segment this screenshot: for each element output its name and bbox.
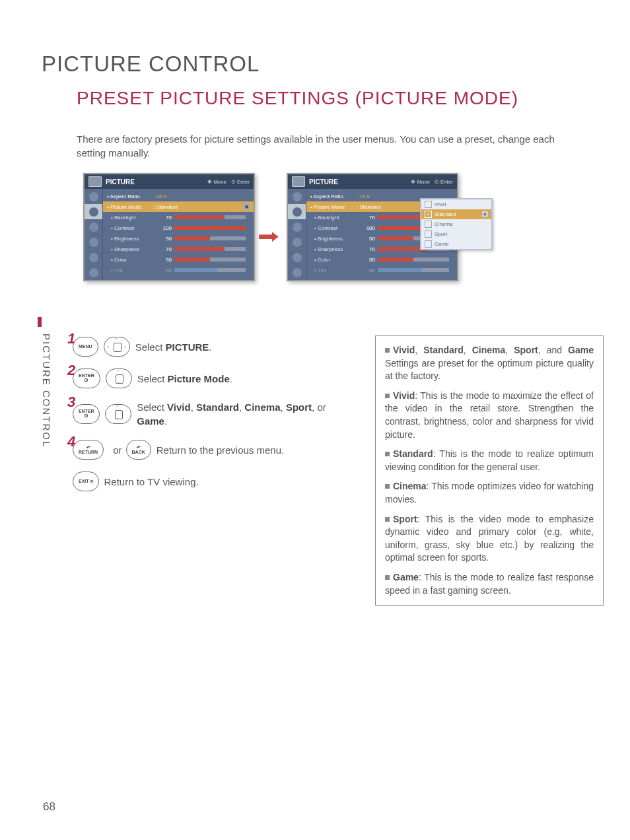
step: 3ENTER⊙˄˅Select Vivid, Standard, Cinema,… [73, 400, 357, 428]
osd-row: • Tint 60 [306, 265, 457, 275]
remote-nav-button: ˄˅‹› [104, 337, 130, 357]
osd-menu-before: PICTURE ✥ Move ⊙ Enter • Aspect Ratio : … [83, 173, 255, 281]
osd-title: PICTURE [309, 178, 338, 186]
step-text: Select Vivid, Standard, Cinema, Sport, o… [137, 400, 357, 428]
step-number: 3 [67, 394, 75, 411]
desc-paragraph: Cinema: This mode optimizes video for wa… [385, 480, 594, 506]
tv-icon [292, 176, 305, 187]
remote-button-back: ↶BACK [126, 440, 151, 460]
step: 1MENU˄˅‹›Select PICTURE. [73, 337, 357, 357]
side-tab-label: PICTURE CONTROL [41, 333, 52, 448]
osd-nav-item [85, 219, 103, 234]
or-text: or [113, 444, 122, 456]
side-tab-accent [38, 317, 42, 327]
osd-hints: ✥ Move ⊙ Enter [411, 179, 453, 185]
osd-nav-item [85, 189, 103, 204]
osd-content-right: • Aspect Ratio : 16:9 • Picture Mode : S… [306, 189, 457, 280]
remote-nav-button: ˄˅ [105, 404, 131, 424]
descriptions-box: Vivid, Standard, Cinema, Sport, and Game… [375, 335, 604, 606]
tv-icon [88, 176, 102, 187]
osd-menu-after: PICTURE ✥ Move ⊙ Enter • Aspect Ratio : … [287, 173, 458, 281]
remote-button-menu: MENU [73, 337, 98, 357]
osd-content-left: • Aspect Ratio : 16:9 • Picture Mode : S… [103, 189, 254, 280]
step-number: 4 [67, 433, 75, 450]
osd-dropdown-item: Sport [421, 229, 491, 239]
osd-nav-item [288, 219, 306, 234]
step-text: Select PICTURE. [135, 340, 212, 354]
desc-paragraph: Vivid, Standard, Cinema, Sport, and Game… [385, 344, 594, 383]
step: EXIT ⎋Return to TV viewing. [73, 472, 357, 491]
osd-nav-item [288, 234, 306, 250]
osd-nav-item [288, 189, 306, 204]
osd-nav-item [288, 265, 306, 280]
spinner-icon: ◆ [243, 203, 250, 210]
step-text: Select Picture Mode. [137, 372, 232, 386]
osd-row-picture-mode: • Picture Mode : Standard ◆ [103, 201, 254, 212]
osd-row: • Backlight 70 [103, 212, 254, 223]
osd-dropdown-item: Game [421, 239, 491, 249]
osd-nav-item-selected [288, 204, 306, 219]
step: 2ENTER⊙˄˅Select Picture Mode. [73, 368, 357, 388]
arrow-right-icon: ➡ [258, 225, 279, 248]
intro-text: There are factory presets for picture se… [77, 132, 585, 160]
remote-button-exit: EXIT ⎋ [73, 472, 99, 491]
page-title: PICTURE CONTROL [42, 52, 260, 77]
osd-row: • Brightness 50 [103, 233, 254, 244]
osd-dropdown-item: Cinema [421, 219, 491, 229]
remote-nav-button: ˄˅ [106, 368, 132, 388]
osd-nav-item-selected [85, 204, 103, 219]
remote-button-enter: ENTER⊙ [73, 368, 100, 388]
remote-button-return: ↶RETURN [73, 440, 104, 460]
osd-title: PICTURE [106, 178, 135, 186]
osd-row: • Contrast 100 [103, 223, 254, 233]
osd-nav-item [85, 250, 103, 265]
osd-dropdown: Vivid ✓Standard◆ Cinema Sport Game [420, 198, 493, 250]
step-text: Return to TV viewing. [104, 475, 199, 489]
osd-hints: ✥ Move ⊙ Enter [207, 179, 250, 185]
section-title: PRESET PICTURE SETTINGS (PICTURE MODE) [77, 88, 518, 109]
osd-row: • Color 50 [306, 254, 457, 265]
osd-nav-item [288, 250, 306, 265]
osd-nav-item [85, 265, 103, 280]
desc-paragraph: Game: This is the mode to realize fast r… [385, 571, 594, 597]
desc-paragraph: Standard: This is the mode to realize op… [385, 448, 594, 473]
osd-row: • Tint 60 [103, 265, 254, 275]
step-number: 2 [67, 362, 75, 379]
remote-button-enter: ENTER⊙ [73, 404, 100, 424]
osd-header: PICTURE ✥ Move ⊙ Enter [85, 174, 254, 189]
step: 4↶RETURNor↶BACKReturn to the previous me… [73, 440, 357, 460]
osd-row: • Sharpness 70 [103, 244, 254, 254]
osd-row: • Aspect Ratio : 16:9 [103, 191, 254, 201]
osd-dropdown-item: ✓Standard◆ [421, 209, 491, 219]
osd-header: PICTURE ✥ Move ⊙ Enter [288, 174, 457, 189]
desc-paragraph: Sport: This is the video mode to emphasi… [385, 513, 594, 565]
osd-nav-item [85, 234, 103, 250]
osd-row: • Color 50 [103, 254, 254, 265]
osd-dropdown-item: Vivid [421, 199, 491, 209]
step-text: Return to the previous menu. [157, 443, 284, 457]
page-number: 68 [43, 800, 55, 814]
osd-nav [85, 189, 103, 280]
desc-paragraph: Vivid: This is the mode to maximize the … [385, 390, 594, 441]
step-number: 1 [67, 330, 75, 347]
steps-list: 1MENU˄˅‹›Select PICTURE.2ENTER⊙˄˅Select … [73, 337, 357, 503]
osd-nav [288, 189, 306, 280]
